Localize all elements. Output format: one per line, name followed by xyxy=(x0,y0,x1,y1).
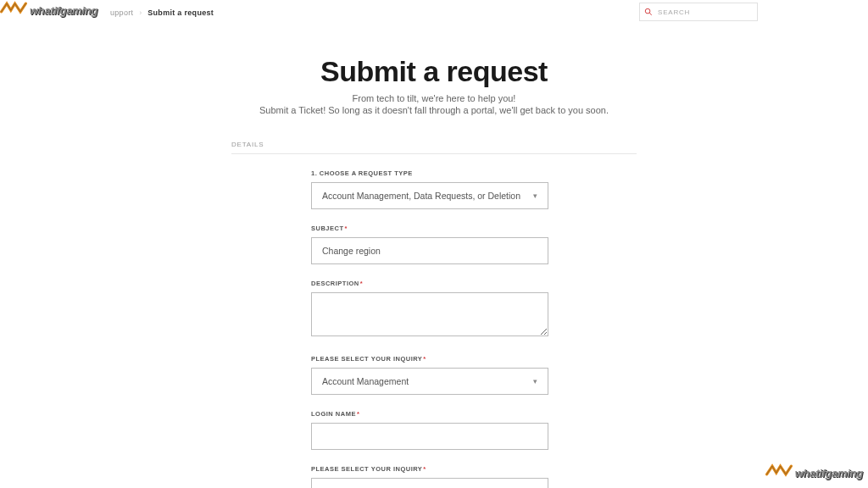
breadcrumb-parent[interactable]: upport xyxy=(110,8,133,17)
select-inquiry-1[interactable]: Account Management ▾ xyxy=(311,368,548,395)
section-divider xyxy=(231,153,637,154)
select-request-type[interactable]: Account Management, Data Requests, or De… xyxy=(311,182,548,209)
label-login-name: LOGIN NAME* xyxy=(311,410,548,418)
breadcrumb: upport › Submit a request xyxy=(110,3,214,17)
label-request-type: 1. CHOOSE A REQUEST TYPE xyxy=(311,169,548,177)
watermark-icon xyxy=(0,0,27,20)
page-subtitle-2: Submit a Ticket! So long as it doesn't f… xyxy=(0,105,868,115)
label-description: DESCRIPTION* xyxy=(311,280,548,287)
chevron-down-icon: ▾ xyxy=(533,377,537,385)
input-login-name[interactable] xyxy=(311,423,548,450)
watermark-text: whatifgaming xyxy=(30,4,97,17)
search-box[interactable] xyxy=(639,3,758,21)
section-label-details: DETAILS xyxy=(231,141,868,148)
watermark-text: whatifgaming xyxy=(795,467,863,480)
svg-point-0 xyxy=(645,8,650,14)
input-subject[interactable] xyxy=(311,237,548,264)
breadcrumb-separator: › xyxy=(139,8,142,17)
textarea-description[interactable] xyxy=(311,292,548,336)
watermark-icon xyxy=(765,463,793,483)
watermark-logo-top-left: whatifgaming xyxy=(0,0,97,20)
search-icon xyxy=(644,4,653,19)
search-input[interactable] xyxy=(658,8,753,16)
select-inquiry-2[interactable]: Need help changing Region of Residence/ … xyxy=(311,478,548,488)
chevron-down-icon: ▾ xyxy=(533,191,537,200)
select-inquiry-1-value: Account Management xyxy=(322,376,528,386)
breadcrumb-current: Submit a request xyxy=(147,8,214,17)
svg-line-1 xyxy=(649,13,652,15)
page-subtitle-1: From tech to tilt, we're here to help yo… xyxy=(0,93,868,103)
select-request-type-value: Account Management, Data Requests, or De… xyxy=(322,191,528,201)
label-subject: SUBJECT* xyxy=(311,225,548,232)
watermark-logo-bottom-right: whatifgaming xyxy=(765,463,863,483)
label-inquiry-2: PLEASE SELECT YOUR INQUIRY* xyxy=(311,465,548,473)
page-title: Submit a request xyxy=(0,55,868,88)
label-inquiry-1: PLEASE SELECT YOUR INQUIRY* xyxy=(311,355,548,363)
